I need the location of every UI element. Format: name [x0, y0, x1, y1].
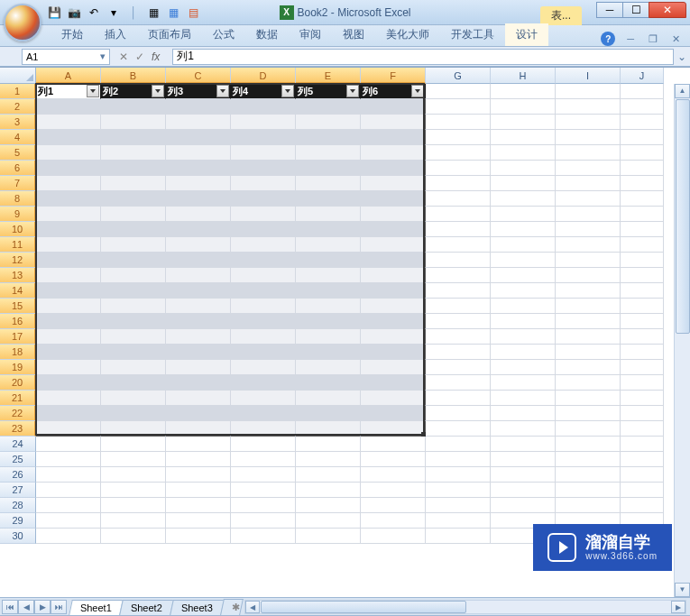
cell[interactable]: [556, 360, 621, 375]
cell[interactable]: [621, 115, 664, 130]
cell[interactable]: [101, 391, 166, 406]
column-header[interactable]: G: [426, 68, 491, 84]
cell[interactable]: [166, 222, 231, 237]
cell[interactable]: [426, 84, 491, 99]
tab-design[interactable]: 设计: [505, 23, 548, 46]
cell[interactable]: [491, 115, 556, 130]
cell[interactable]: [101, 329, 166, 345]
cell[interactable]: [166, 207, 231, 222]
cell[interactable]: [231, 191, 296, 207]
cell[interactable]: [166, 299, 231, 314]
cell[interactable]: [426, 222, 491, 237]
cell[interactable]: [101, 345, 166, 360]
cell[interactable]: [36, 329, 101, 345]
cell[interactable]: [166, 329, 231, 345]
cell[interactable]: [621, 84, 664, 99]
cell[interactable]: [36, 513, 101, 529]
cell[interactable]: [296, 421, 361, 437]
filter-dropdown-icon[interactable]: [152, 85, 164, 97]
cell[interactable]: [166, 391, 231, 406]
cell[interactable]: [36, 115, 101, 130]
cell[interactable]: [101, 99, 166, 115]
cell[interactable]: [491, 253, 556, 268]
cell[interactable]: [166, 360, 231, 375]
tab-beautify[interactable]: 美化大师: [375, 23, 440, 46]
cell[interactable]: [296, 145, 361, 161]
cell[interactable]: [426, 191, 491, 207]
cell[interactable]: [556, 391, 621, 406]
cell[interactable]: [36, 421, 101, 437]
cell[interactable]: [361, 283, 426, 299]
cell[interactable]: [101, 237, 166, 253]
cell[interactable]: 列4: [231, 84, 296, 99]
cell[interactable]: [166, 176, 231, 191]
cell[interactable]: [166, 115, 231, 130]
cell[interactable]: [231, 283, 296, 299]
cell[interactable]: [296, 360, 361, 375]
sheet-nav-prev-icon[interactable]: ◀: [18, 600, 34, 614]
sheet-tab[interactable]: Sheet3: [170, 600, 224, 615]
cell[interactable]: [101, 406, 166, 421]
cell[interactable]: [491, 145, 556, 161]
cell[interactable]: [296, 130, 361, 145]
row-header[interactable]: 7: [0, 176, 36, 191]
cell[interactable]: [296, 176, 361, 191]
cell[interactable]: [296, 483, 361, 498]
cell[interactable]: [426, 498, 491, 513]
cell[interactable]: [101, 191, 166, 207]
new-sheet-button[interactable]: ✱: [220, 599, 244, 615]
column-header[interactable]: A: [36, 68, 101, 84]
tab-formulas[interactable]: 公式: [202, 23, 245, 46]
cell[interactable]: [36, 268, 101, 283]
column-header[interactable]: B: [101, 68, 166, 84]
filter-dropdown-icon[interactable]: [346, 85, 359, 97]
column-header[interactable]: E: [296, 68, 361, 84]
doc-minimize-button[interactable]: ─: [624, 33, 637, 44]
cell[interactable]: [361, 237, 426, 253]
cell[interactable]: [556, 437, 621, 452]
cell[interactable]: [296, 237, 361, 253]
cell[interactable]: [36, 237, 101, 253]
cell[interactable]: [556, 467, 621, 483]
cell[interactable]: [166, 406, 231, 421]
cell[interactable]: [426, 145, 491, 161]
cell[interactable]: [361, 452, 426, 467]
cell[interactable]: [101, 421, 166, 437]
tab-data[interactable]: 数据: [245, 23, 289, 46]
chart-icon[interactable]: ▤: [186, 5, 200, 20]
cell[interactable]: [491, 391, 556, 406]
cell[interactable]: [621, 452, 664, 467]
cell[interactable]: [621, 299, 664, 314]
table-icon[interactable]: ▦: [166, 5, 180, 20]
cell[interactable]: [296, 99, 361, 115]
cell[interactable]: [426, 529, 491, 544]
cell[interactable]: [231, 406, 296, 421]
cell[interactable]: [231, 452, 296, 467]
cell[interactable]: [296, 268, 361, 283]
cell[interactable]: [36, 176, 101, 191]
column-header[interactable]: H: [491, 68, 556, 84]
cell[interactable]: [36, 99, 101, 115]
cell[interactable]: [361, 345, 426, 360]
cell[interactable]: [231, 207, 296, 222]
cell[interactable]: [491, 283, 556, 299]
cell[interactable]: [36, 283, 101, 299]
cell[interactable]: [361, 467, 426, 483]
select-all-corner[interactable]: [0, 68, 36, 84]
cell[interactable]: [231, 145, 296, 161]
cell[interactable]: [296, 329, 361, 345]
cell[interactable]: [231, 253, 296, 268]
cell[interactable]: [361, 375, 426, 391]
row-header[interactable]: 26: [0, 467, 36, 483]
cell[interactable]: [101, 283, 166, 299]
cell[interactable]: [101, 314, 166, 329]
cell[interactable]: 列3: [166, 84, 231, 99]
cell[interactable]: [556, 161, 621, 176]
cell[interactable]: [36, 483, 101, 498]
column-header[interactable]: J: [621, 68, 664, 84]
cell[interactable]: [36, 529, 101, 544]
row-header[interactable]: 18: [0, 345, 36, 360]
cell[interactable]: [296, 375, 361, 391]
office-button[interactable]: [4, 4, 41, 41]
cell[interactable]: [491, 452, 556, 467]
